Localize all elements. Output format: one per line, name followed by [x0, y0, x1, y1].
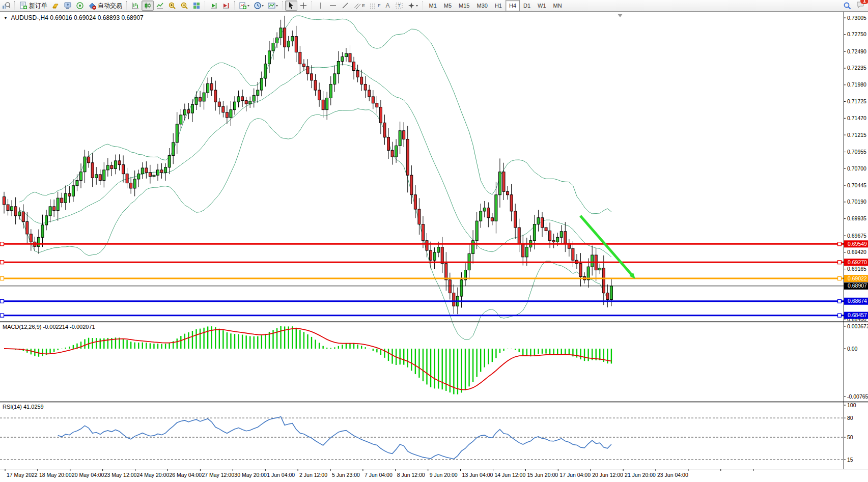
svg-text:0.00: 0.00 [847, 346, 858, 352]
navigator-button[interactable] [62, 1, 74, 11]
timeframe-M1[interactable]: M1 [426, 0, 440, 11]
autotrading-button[interactable]: 自动交易 [86, 1, 124, 11]
new-order-icon [19, 2, 27, 10]
svg-text:23 May 12:00: 23 May 12:00 [104, 472, 137, 478]
svg-text:0.70700: 0.70700 [847, 165, 866, 172]
separator [126, 1, 127, 10]
svg-text:15: 15 [847, 457, 853, 463]
svg-text:7 Jun 04:00: 7 Jun 04:00 [365, 472, 393, 478]
zoom-in-button[interactable] [166, 1, 178, 11]
text-label-icon: T [395, 2, 403, 10]
timeframe-MN[interactable]: MN [550, 0, 566, 11]
main-toolbar: 新订单 自动交易 [0, 0, 868, 12]
equidistant-channel-button[interactable]: E [351, 1, 367, 11]
indicators-icon [239, 2, 249, 10]
svg-text:0.69270: 0.69270 [848, 259, 867, 265]
svg-text:9 Jun 20:00: 9 Jun 20:00 [430, 472, 458, 478]
line-chart-icon [156, 2, 164, 10]
notifications-button[interactable]: 1 [856, 1, 865, 11]
chart-title: ▼ AUDUSD-,H4 0.69016 0.69024 0.68893 0.6… [4, 14, 144, 21]
timeframe-H4[interactable]: H4 [506, 0, 520, 11]
periods-button[interactable] [251, 1, 266, 11]
svg-text:0.68907: 0.68907 [848, 282, 867, 289]
svg-text:24 May 20:00: 24 May 20:00 [137, 472, 170, 478]
candlestick-chart-button[interactable] [142, 1, 154, 11]
timeframe-M15[interactable]: M15 [455, 0, 473, 11]
vertical-line-button[interactable] [315, 1, 327, 11]
svg-text:0.72235: 0.72235 [847, 65, 866, 71]
gold-bar-icon [51, 2, 60, 10]
bar-chart-button[interactable] [129, 1, 142, 11]
fibonacci-icon [369, 3, 376, 9]
svg-text:0.68674: 0.68674 [848, 298, 867, 304]
separator [234, 1, 235, 10]
rsi-value: 41.0259 [23, 404, 44, 410]
text-label-button[interactable]: T [393, 1, 405, 11]
text-button[interactable]: A [383, 1, 393, 11]
chart-shift-button[interactable] [220, 1, 232, 11]
trendline-icon [341, 2, 349, 10]
rsi-indicator-label: RSI(14) 41.0259 [3, 404, 44, 410]
market-watch-button[interactable] [49, 1, 62, 11]
separator [14, 1, 15, 10]
signals-icon [76, 2, 84, 10]
svg-text:0.69675: 0.69675 [847, 233, 866, 239]
timeframe-M5[interactable]: M5 [440, 0, 455, 11]
svg-text:17 May 2022: 17 May 2022 [7, 472, 38, 478]
trendline-button[interactable] [339, 1, 351, 11]
arrows-button[interactable] [405, 1, 421, 11]
crosshair-icon [299, 2, 307, 10]
cursor-button[interactable] [285, 1, 297, 11]
separator [423, 1, 424, 10]
autotrading-label: 自动交易 [98, 2, 122, 10]
svg-text:0.70955: 0.70955 [847, 149, 866, 155]
autotrading-icon [88, 2, 96, 10]
svg-text:1 Jun 04:00: 1 Jun 04:00 [267, 472, 295, 478]
auto-scroll-icon [210, 2, 218, 10]
svg-text:0.69549: 0.69549 [848, 241, 867, 247]
chart-ohlc-values: 0.69016 0.69024 0.68893 0.68907 [50, 14, 144, 21]
svg-text:2 Jun 12:00: 2 Jun 12:00 [299, 472, 327, 478]
svg-text:50: 50 [847, 434, 853, 440]
new-chart-button[interactable] [0, 1, 12, 11]
svg-text:8 Jun 12:00: 8 Jun 12:00 [397, 472, 425, 478]
chart-canvas[interactable]: 0.730050.727500.724900.722350.719800.717… [0, 0, 868, 482]
svg-text:26 May 04:00: 26 May 04:00 [170, 472, 202, 478]
zoom-in-icon [168, 2, 176, 10]
svg-text:0.71725: 0.71725 [847, 98, 866, 104]
timeframe-H1[interactable]: H1 [491, 0, 506, 11]
crosshair-button[interactable] [297, 1, 310, 11]
search-icon[interactable] [843, 2, 851, 10]
indicators-button[interactable] [237, 1, 251, 11]
fibonacci-button[interactable]: F [367, 1, 383, 11]
new-order-button[interactable]: 新订单 [17, 1, 49, 11]
channel-letter: E [362, 3, 365, 8]
timeframe-M30[interactable]: M30 [473, 0, 491, 11]
svg-text:0.73005: 0.73005 [847, 15, 866, 21]
timeframe-W1[interactable]: W1 [534, 0, 550, 11]
svg-text:0.71980: 0.71980 [847, 81, 866, 88]
svg-text:0.69420: 0.69420 [847, 249, 866, 255]
horizontal-line-icon [329, 2, 337, 10]
toolbar-right: 1 [843, 1, 865, 11]
svg-text:0.69022: 0.69022 [848, 275, 867, 281]
macd-name: MACD(12,26,9) [3, 324, 41, 330]
templates-button[interactable] [266, 1, 280, 11]
macd-indicator-label: MACD(12,26,9) -0.002214 -0.002071 [3, 324, 95, 330]
auto-scroll-button[interactable] [208, 1, 220, 11]
zoom-out-button[interactable] [178, 1, 190, 11]
collapse-triangle-icon[interactable]: ▼ [4, 16, 8, 20]
timeframe-D1[interactable]: D1 [520, 0, 534, 11]
text-icon: A [386, 2, 390, 9]
horizontal-line-button[interactable] [327, 1, 339, 11]
line-chart-button[interactable] [154, 1, 166, 11]
candlestick-icon [144, 2, 152, 10]
separator [205, 1, 206, 10]
tile-windows-button[interactable] [190, 1, 203, 11]
signals-button[interactable] [74, 1, 86, 11]
svg-text:0.71470: 0.71470 [847, 115, 866, 121]
svg-text:-0.007656: -0.007656 [847, 393, 868, 400]
vertical-line-icon [317, 2, 325, 10]
svg-text:13 Jun 04:00: 13 Jun 04:00 [462, 472, 493, 478]
svg-text:0.003672: 0.003672 [847, 323, 868, 329]
